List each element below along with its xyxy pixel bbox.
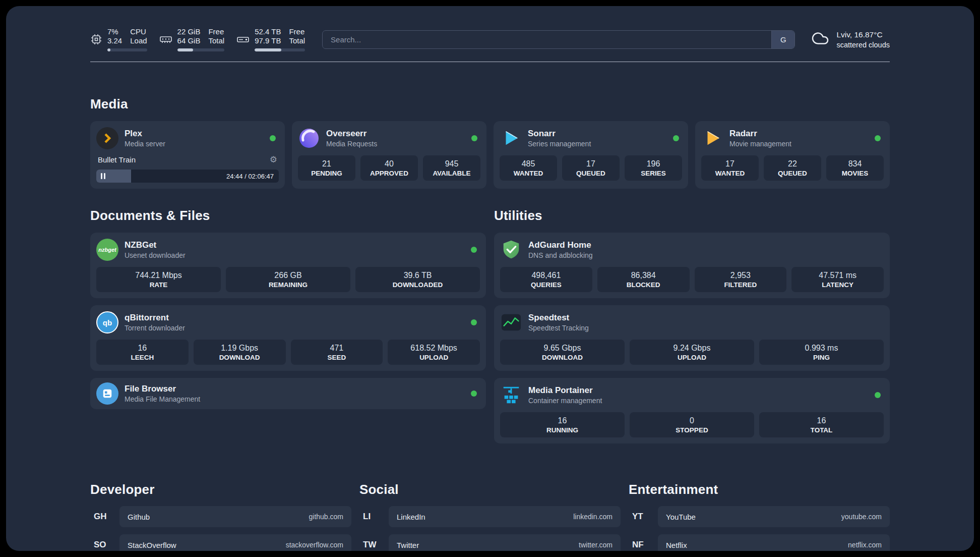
gear-icon[interactable]: ⚙: [270, 154, 277, 165]
section-entertainment: Entertainment YT YouTube youtube.com NF …: [629, 482, 890, 551]
qbittorrent-icon: qb: [96, 311, 118, 333]
ram-free: 22 GiB: [177, 27, 201, 36]
stat-label: SEED: [293, 354, 381, 361]
app-card-qbittorrent[interactable]: qb qBittorrent Torrent downloader 16 LEE…: [90, 305, 486, 371]
ram-values: 22 GiB 64 GiB: [177, 27, 201, 45]
app-subtitle: Media Requests: [326, 140, 377, 148]
stat-tile: 471 SEED: [291, 340, 383, 365]
stat-value: 1.19 Gbps: [196, 344, 284, 353]
section-title-media: Media: [90, 96, 890, 112]
stat-label: LEECH: [98, 354, 187, 361]
bookmark-url: twitter.com: [579, 541, 612, 549]
now-playing-title: Bullet Train: [98, 155, 136, 164]
cpu-widget: 7% 3.24 CPU Load: [90, 27, 147, 51]
section-title-social: Social: [359, 482, 621, 497]
app-card-filebrowser[interactable]: File Browser Media File Management: [90, 378, 486, 409]
bookmark-url: stackoverflow.com: [286, 541, 343, 549]
app-card-portainer[interactable]: Media Portainer Container management 16 …: [494, 378, 890, 443]
section-documents: Documents & Files nzbget NZBGet Usenet d…: [90, 208, 486, 409]
app-card-adguard[interactable]: AdGuard Home DNS and adblocking 498,461 …: [494, 233, 890, 298]
app-subtitle: Torrent downloader: [125, 324, 185, 332]
stat-label: SERIES: [627, 170, 680, 177]
section-utilities: Utilities: [494, 208, 890, 443]
section-title-developer: Developer: [90, 482, 351, 497]
total-label: Total: [289, 36, 305, 45]
weather-condition: scattered clouds: [836, 41, 890, 49]
stat-value: 0: [632, 416, 752, 425]
disk-widget: 52.4 TB 97.9 TB Free Total: [236, 27, 305, 51]
speedtest-chart-icon: [500, 311, 522, 333]
stat-tile: 834 MOVIES: [826, 155, 884, 181]
stat-tile: 945 AVAILABLE: [423, 155, 480, 181]
overseerr-icon: [298, 127, 320, 149]
search-engine-button[interactable]: G: [771, 31, 794, 48]
stat-tile: 40 APPROVED: [360, 155, 418, 181]
bookmark-netflix[interactable]: NF Netflix netflix.com: [629, 534, 890, 551]
stat-tile: 16 LEECH: [96, 340, 189, 365]
pause-button[interactable]: [101, 173, 105, 179]
stat-value: 0.993 ms: [761, 344, 882, 353]
stat-value: 945: [425, 159, 478, 169]
stat-value: 9.65 Gbps: [502, 344, 623, 353]
app-title: Speedtest: [528, 313, 589, 323]
status-online-dot: [673, 135, 679, 141]
adguard-shield-icon: [500, 239, 522, 261]
plex-icon: [96, 127, 118, 149]
stat-label: DOWNLOAD: [502, 354, 623, 361]
section-title-utilities: Utilities: [494, 208, 890, 224]
stat-value: 16: [502, 416, 623, 425]
playback-time: 24:44 / 02:06:47: [226, 173, 274, 180]
app-card-speedtest[interactable]: Speedtest Speedtest Tracking 9.65 Gbps D…: [494, 305, 890, 371]
cloud-icon: [810, 29, 830, 49]
stat-tile: 16 RUNNING: [500, 412, 625, 437]
stat-label: UPLOAD: [390, 354, 478, 361]
stat-value: 196: [627, 159, 680, 169]
ram-labels: Free Total: [208, 27, 224, 45]
bookmark-abbr: NF: [629, 534, 658, 551]
bookmark-twitter[interactable]: TW Twitter twitter.com: [359, 534, 621, 551]
app-card-radarr[interactable]: Radarr Movie management 17 WANTED 22 QUE…: [695, 121, 890, 189]
stat-label: LATENCY: [793, 281, 882, 289]
ram-total: 64 GiB: [177, 36, 201, 45]
bookmark-linkedin[interactable]: LI LinkedIn linkedin.com: [359, 506, 621, 527]
status-online-dot: [471, 247, 477, 253]
bookmark-name: Netflix: [666, 541, 687, 549]
stat-label: MOVIES: [828, 170, 882, 177]
app-title: AdGuard Home: [528, 240, 593, 250]
stat-value: 498,461: [502, 271, 590, 280]
app-card-nzbget[interactable]: nzbget NZBGet Usenet downloader 744.21 M…: [90, 233, 486, 298]
stat-value: 2,953: [697, 271, 785, 280]
playback-progress-bar[interactable]: 24:44 / 02:06:47: [96, 170, 279, 183]
stat-tile: 0.993 ms PING: [759, 340, 884, 365]
stat-tile: 485 WANTED: [500, 155, 557, 181]
bookmark-youtube[interactable]: YT YouTube youtube.com: [629, 506, 890, 527]
app-title: NZBGet: [125, 240, 186, 250]
hard-drive-icon: [236, 33, 250, 45]
stat-tile: 266 GB REMAINING: [226, 267, 350, 292]
app-card-overseerr[interactable]: Overseerr Media Requests 21 PENDING 40 A…: [292, 121, 486, 189]
bookmark-name: StackOverflow: [128, 541, 176, 549]
disk-values: 52.4 TB 97.9 TB: [255, 27, 281, 45]
search-input[interactable]: [323, 31, 771, 48]
stat-value: 618.52 Mbps: [390, 344, 478, 353]
stat-label: WANTED: [703, 170, 757, 177]
bookmark-github[interactable]: GH Github github.com: [90, 506, 351, 527]
app-title: Sonarr: [528, 129, 591, 139]
app-card-sonarr[interactable]: Sonarr Series management 485 WANTED 17 Q…: [494, 121, 688, 189]
section-title-entertainment: Entertainment: [629, 482, 890, 497]
stat-value: 834: [828, 159, 882, 169]
cpu-label: CPU: [130, 27, 147, 36]
stat-label: STOPPED: [632, 426, 752, 434]
stat-tile: 196 SERIES: [625, 155, 682, 181]
stat-value: 22: [766, 159, 819, 169]
app-card-plex[interactable]: Plex Media server Bullet Train ⚙ 24:44 /…: [90, 121, 285, 189]
stat-value: 39.6 TB: [357, 271, 478, 280]
bookmark-stackoverflow[interactable]: SO StackOverflow stackoverflow.com: [90, 534, 351, 551]
stat-tile: 2,953 FILTERED: [695, 267, 787, 292]
stat-tile: 16 TOTAL: [759, 412, 884, 437]
status-online-dot: [471, 319, 477, 325]
cpu-load: 3.24: [107, 36, 122, 45]
bookmark-url: netflix.com: [848, 541, 882, 549]
stat-label: REMAINING: [228, 281, 348, 289]
free-label: Free: [208, 27, 224, 36]
